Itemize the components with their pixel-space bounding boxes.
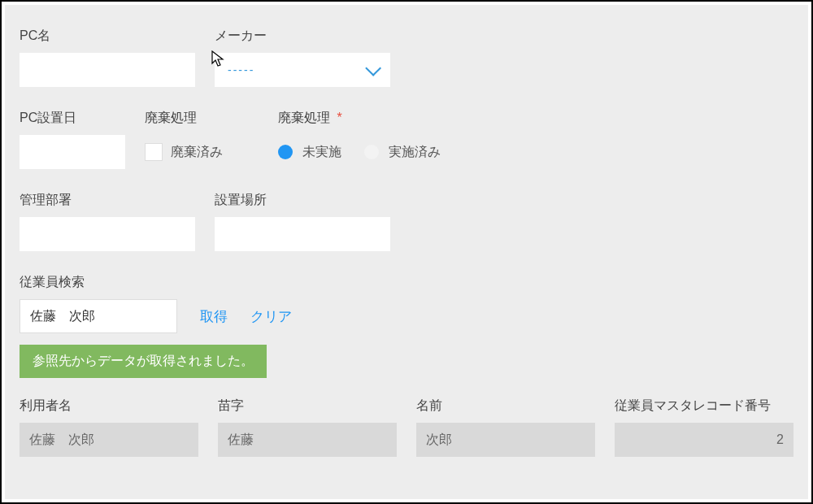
employee-search-label: 従業員検索	[20, 274, 793, 291]
first-name-output	[416, 423, 595, 457]
user-name-output	[20, 423, 198, 457]
required-mark-icon: *	[337, 111, 341, 124]
dropdown-placeholder: -----	[228, 63, 254, 76]
maker-dropdown[interactable]: -----	[215, 53, 390, 87]
record-no-label: 従業員マスタレコード番号	[615, 398, 793, 415]
radio-not-done[interactable]: 未実施	[278, 144, 341, 161]
management-dept-label: 管理部署	[20, 192, 195, 209]
maker-label: メーカー	[215, 28, 390, 45]
management-dept-input[interactable]	[20, 217, 195, 251]
fetch-button[interactable]: 取得	[200, 307, 228, 326]
disposal-checkbox-label: 廃棄処理	[145, 110, 259, 127]
install-location-label: 設置場所	[215, 192, 390, 209]
first-name-label: 名前	[416, 398, 595, 415]
pc-install-date-input[interactable]	[20, 135, 125, 169]
disposed-checkbox-label: 廃棄済み	[171, 144, 223, 161]
record-no-output	[615, 423, 793, 457]
last-name-output	[218, 423, 397, 457]
pc-name-input[interactable]	[20, 53, 195, 87]
pc-name-label: PC名	[20, 28, 195, 45]
radio-unselected-icon	[364, 145, 379, 159]
clear-button[interactable]: クリア	[250, 307, 292, 326]
radio-selected-icon	[278, 145, 293, 159]
checkbox-icon	[145, 143, 163, 161]
employee-search-input[interactable]	[20, 299, 177, 333]
last-name-label: 苗字	[218, 398, 397, 415]
chevron-down-icon	[365, 60, 381, 76]
radio-done[interactable]: 実施済み	[364, 144, 441, 161]
success-banner: 参照先からデータが取得されました。	[20, 345, 267, 378]
disposed-checkbox[interactable]: 廃棄済み	[145, 143, 223, 161]
disposal-radio-group: 未実施 実施済み	[278, 144, 441, 161]
pc-install-date-label: PC設置日	[20, 110, 125, 127]
install-location-input[interactable]	[215, 217, 390, 251]
disposal-radio-label: 廃棄処理 *	[278, 110, 522, 127]
user-name-label: 利用者名	[20, 398, 198, 415]
